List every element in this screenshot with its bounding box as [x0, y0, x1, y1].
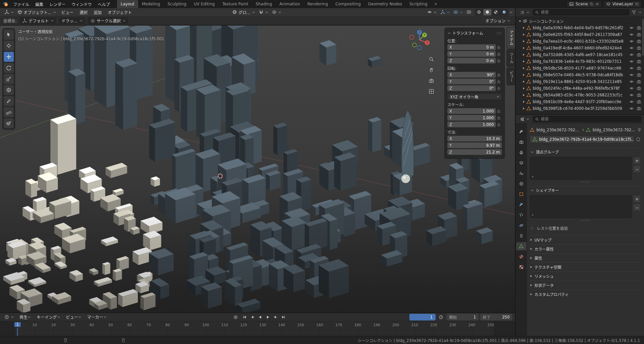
workspace-tab[interactable]: Sculpting — [164, 0, 190, 8]
render-toggle-icon[interactable] — [637, 79, 641, 84]
collapsed-panel-header[interactable]: UVマップ — [530, 235, 641, 244]
options-dropdown[interactable]: オプション — [484, 17, 512, 24]
workspace-tab[interactable]: Rendering — [304, 0, 332, 8]
properties-tab-physics[interactable] — [516, 221, 526, 229]
timeline-menu-item[interactable]: ビュー — [63, 314, 84, 320]
tool-add-cube-button[interactable] — [4, 118, 14, 128]
hide-toggle-icon[interactable] — [629, 106, 634, 111]
number-field-y[interactable]: Y9.97 m — [447, 142, 502, 148]
render-toggle-icon[interactable] — [637, 106, 641, 111]
number-field-x[interactable]: X90° — [447, 72, 496, 78]
tool-move-button[interactable] — [4, 52, 14, 62]
properties-tab-modifiers[interactable] — [516, 201, 526, 209]
outliner-item[interactable]: bldg_0a0a3092-feb0-4e04-9af3-6d578c261df… — [516, 25, 644, 31]
number-field-y[interactable]: Y1.000 — [447, 115, 496, 121]
collapsed-panel-header[interactable]: 属性 — [530, 253, 641, 262]
workspace-tab[interactable]: Animation — [276, 0, 304, 8]
number-field-x[interactable]: X0 m — [447, 44, 496, 50]
timeline-editor-type-button[interactable] — [3, 313, 15, 320]
number-field-z[interactable]: Z21.2 m — [447, 149, 502, 155]
workspace-tab[interactable]: Scripting — [406, 0, 431, 8]
workspace-tab[interactable]: Shading — [252, 0, 276, 8]
play-button[interactable] — [264, 314, 272, 320]
list-resize-grip[interactable] — [580, 181, 590, 183]
hide-toggle-icon[interactable] — [629, 99, 634, 104]
overlays-dropdown[interactable] — [452, 9, 464, 16]
hide-toggle-icon[interactable] — [629, 52, 634, 57]
editor-type-button[interactable] — [3, 9, 15, 16]
jump-start-button[interactable] — [241, 314, 249, 320]
topbar-menu-item[interactable]: レンダー — [46, 1, 69, 7]
panel-grip[interactable] — [496, 32, 502, 34]
number-field-z[interactable]: Z0 m — [447, 58, 496, 63]
end-frame-field[interactable]: 終了250 — [480, 314, 512, 320]
tool-select-box-button[interactable] — [4, 30, 14, 40]
outliner-item[interactable]: bldg_0a7eea10-ec0c-4601-b31b-c33302dd5e8 — [516, 38, 644, 45]
lock-toggle[interactable] — [497, 59, 502, 63]
lock-toggle[interactable] — [497, 45, 502, 49]
new-scene-icon[interactable] — [590, 2, 594, 6]
properties-tab-render[interactable] — [516, 138, 526, 146]
tool-cursor-button[interactable] — [4, 41, 14, 51]
unlink-scene-icon[interactable] — [595, 2, 599, 6]
number-field-x[interactable]: X10.3 m — [447, 136, 502, 141]
sidebar-tab[interactable]: アイテム — [507, 27, 515, 48]
properties-tab-particles[interactable] — [516, 211, 526, 219]
topbar-menu-item[interactable]: 編集 — [32, 1, 46, 7]
viewport-menu-item[interactable]: 追加 — [90, 9, 105, 15]
render-toggle-icon[interactable] — [637, 93, 641, 97]
rotation-mode-select[interactable]: XYZ オイラー角 — [447, 93, 502, 100]
sidebar-tab[interactable]: ビュー — [507, 68, 515, 85]
lock-toggle[interactable] — [497, 86, 502, 90]
proportional-editing-toggle[interactable] — [270, 9, 283, 16]
auto-keying-toggle[interactable] — [232, 313, 240, 320]
hide-toggle-icon[interactable] — [629, 46, 634, 50]
play-reverse-button[interactable] — [256, 314, 264, 320]
render-toggle-icon[interactable] — [637, 32, 641, 37]
add-shape-key-button[interactable]: + — [633, 195, 641, 203]
number-field-x[interactable]: X1.000 — [447, 108, 496, 114]
hide-toggle-icon[interactable] — [629, 79, 634, 84]
timeline-ruler[interactable]: 1020304050607080901001101201301401501601… — [0, 321, 515, 336]
snap-toggle[interactable] — [257, 9, 270, 16]
collapsed-panel-header[interactable]: リメッシュ — [530, 271, 641, 281]
outliner-item[interactable]: bldg_0b5dbc58-d020-4177-a687-97674acc66 — [516, 65, 644, 72]
properties-tab-material[interactable] — [516, 253, 526, 261]
camera-view-button[interactable] — [429, 78, 434, 85]
hide-toggle-icon[interactable] — [629, 66, 634, 71]
shading-wireframe-button[interactable] — [475, 9, 483, 15]
render-toggle-icon[interactable] — [637, 52, 641, 57]
outliner-item[interactable]: bldg_0a419edf-4c8a-4607-b660-bfed92424e4 — [516, 45, 644, 51]
properties-tab-world[interactable] — [516, 180, 526, 188]
outliner-item[interactable]: bldg_0a761836-1e64-4c7b-983c-40120b7311 — [516, 58, 644, 65]
tool-transform-button[interactable] — [4, 85, 14, 95]
properties-editor-type-button[interactable] — [518, 116, 531, 123]
render-toggle-icon[interactable] — [637, 73, 641, 77]
outliner-item[interactable]: bldg_0b399f18-c67d-4000-be3f-3259d3bb509 — [516, 105, 644, 112]
lock-toggle[interactable] — [497, 52, 502, 56]
outliner-item[interactable]: bldg_0b19e11a-8861-4250-91c8-3421211e85 — [516, 78, 644, 85]
vertex-group-specials-button[interactable] — [633, 165, 641, 173]
tool-scale-button[interactable] — [4, 74, 14, 84]
properties-tab-texture[interactable] — [516, 263, 526, 271]
list-resize-grip[interactable] — [580, 219, 590, 221]
workspace-tab[interactable]: Geometry Nodes — [364, 0, 406, 8]
gizmos-dropdown[interactable] — [439, 9, 451, 16]
hide-toggle-icon[interactable] — [629, 39, 634, 44]
shape-key-specials-button[interactable] — [633, 204, 641, 211]
render-toggle-icon[interactable] — [637, 66, 641, 71]
breadcrumb-data[interactable]: bldg_230e3672-792... — [593, 128, 635, 132]
lock-toggle[interactable] — [497, 80, 502, 84]
properties-tab-tool[interactable] — [516, 128, 526, 136]
collapsed-panel-header[interactable]: カスタムプロパティ — [530, 290, 641, 299]
topbar-menu-item[interactable]: ヘルプ — [95, 1, 113, 7]
tool-measure-button[interactable] — [4, 107, 14, 117]
lock-toggle[interactable] — [497, 116, 502, 120]
outliner-search-input[interactable] — [541, 10, 627, 15]
next-keyframe-button[interactable] — [272, 314, 280, 320]
add-vertex-group-button[interactable]: + — [633, 157, 641, 164]
render-toggle-icon[interactable] — [637, 59, 641, 64]
topbar-menu-item[interactable]: ファイル — [10, 1, 32, 7]
workspace-tab[interactable]: Texture Paint — [218, 0, 252, 8]
render-toggle-icon[interactable] — [637, 46, 641, 50]
